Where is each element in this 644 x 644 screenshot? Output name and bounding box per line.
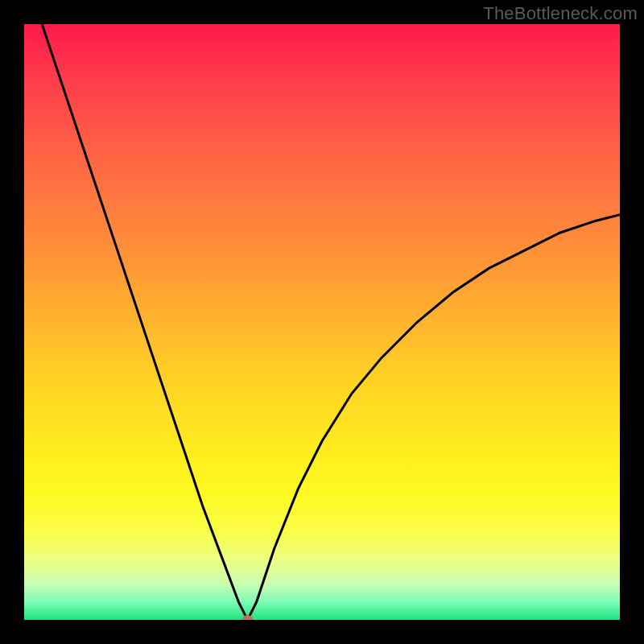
- optimal-point-marker: [242, 615, 254, 620]
- plot-area: [24, 24, 620, 620]
- chart-frame: TheBottleneck.com: [0, 0, 644, 644]
- watermark-text: TheBottleneck.com: [483, 3, 638, 24]
- bottleneck-curve-svg: [24, 24, 620, 620]
- bottleneck-curve-path: [42, 24, 620, 620]
